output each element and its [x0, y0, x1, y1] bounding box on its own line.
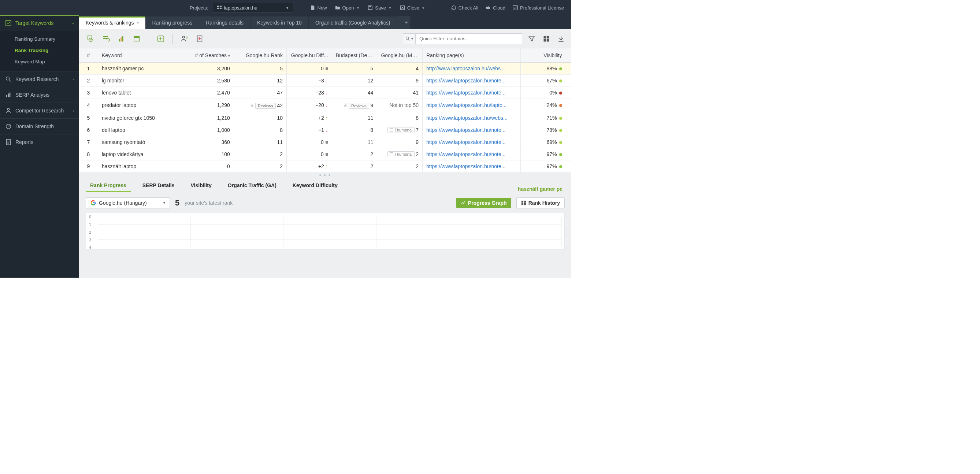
table-row[interactable]: 5nvidia geforce gtx 10501,21010+2 ↑118ht… — [79, 112, 571, 124]
latest-rank-caption: your site's latest rank — [185, 200, 232, 206]
toolbar-add-button[interactable] — [156, 34, 166, 44]
table-row[interactable]: 4predator laptop1,290★Reviews42−20 ↓★Rev… — [79, 99, 571, 112]
btab-organic-ga[interactable]: Organic Traffic (GA) — [223, 179, 281, 192]
sidebar-sub-keyword-map[interactable]: Keyword Map — [15, 56, 79, 67]
arrow-down-icon: ↓ — [326, 78, 328, 84]
check-all-button[interactable]: Check All — [448, 4, 481, 12]
arrow-down-icon: ↓ — [326, 102, 328, 108]
btab-kw-difficulty[interactable]: Keyword Difficulty — [288, 179, 342, 192]
download-button[interactable] — [556, 34, 566, 44]
sidebar-item-reports[interactable]: Reports — [0, 134, 79, 150]
sidebar-item-target-keywords[interactable]: Target Keywords ▾ — [0, 15, 79, 31]
svg-rect-6 — [513, 5, 517, 10]
sidebar-item-serp-analysis[interactable]: SERP Analysis — [0, 87, 79, 103]
svg-rect-33 — [524, 200, 526, 202]
save-button[interactable]: Save ▼ — [365, 4, 395, 12]
tab-organic-ga[interactable]: Organic traffic (Google Analytics) — [309, 16, 397, 29]
sidebar-item-keyword-research[interactable]: Keyword Research › — [0, 72, 79, 87]
toolbar-export-button[interactable] — [195, 34, 205, 44]
svg-point-12 — [7, 108, 9, 110]
btab-serp-details[interactable]: SERP Details — [138, 179, 179, 192]
license-badge[interactable]: Professional License — [510, 4, 567, 12]
tab-keywords-rankings[interactable]: Keywords & rankings ▾ — [79, 16, 145, 29]
tab-ranking-progress[interactable]: Ranking progress — [146, 16, 199, 29]
table-row[interactable]: 3lenovo tablet2,47047−28 ↓4441https://ww… — [79, 86, 571, 99]
panel-resize-handle[interactable]: ● ● ● — [79, 173, 571, 178]
ranking-page-link[interactable]: https://www.laptopszalon.hu/note... — [426, 151, 505, 157]
sidebar-item-domain-strength[interactable]: Domain Strength — [0, 119, 79, 134]
table-row[interactable]: 6dell laptop1,0008−1 ↓8Thumbnai7https://… — [79, 124, 571, 136]
sidebar-sub-rank-tracking[interactable]: Rank Tracking — [15, 45, 79, 56]
google-icon — [91, 200, 96, 205]
svg-point-8 — [6, 77, 10, 80]
ranking-page-link[interactable]: https://www.laptopszalon.hu/note... — [426, 90, 505, 95]
col-visibility[interactable]: Visibility — [520, 48, 566, 62]
star-icon: ★ — [343, 102, 348, 108]
visibility-dot — [559, 104, 562, 107]
svg-rect-11 — [10, 93, 11, 97]
chevron-down-icon: ▾ — [137, 21, 139, 25]
chevron-right-icon: › — [73, 109, 74, 113]
sidebar: Target Keywords ▾ Ranking Summary Rank T… — [0, 15, 79, 278]
ranking-page-link[interactable]: https://www.laptopszalon.hu/note... — [426, 139, 505, 145]
search-icon[interactable]: ▾ — [403, 34, 416, 44]
toolbar-btn-4[interactable] — [132, 34, 142, 44]
tab-add[interactable]: ＋ — [397, 16, 410, 29]
table-row[interactable]: 2lg monitor2,58012−3 ↓129https://www.lap… — [79, 74, 571, 86]
svg-rect-1 — [220, 5, 221, 7]
table-row[interactable]: 7samsung nyomtató360110119https://www.la… — [79, 136, 571, 148]
quick-filter-input[interactable] — [416, 34, 522, 44]
col-searches[interactable]: # of Searches ▾ — [181, 48, 234, 62]
svg-rect-31 — [547, 39, 549, 41]
new-button[interactable]: New — [307, 4, 330, 12]
btab-rank-progress[interactable]: Rank Progress — [86, 179, 131, 192]
arrow-up-icon: ↑ — [326, 163, 328, 169]
tab-rankings-details[interactable]: Rankings details — [199, 16, 250, 29]
col-mo[interactable]: Google.hu (Mo... — [377, 48, 423, 62]
svg-rect-35 — [524, 203, 526, 205]
ranking-page-link[interactable]: https://www.laptopszalon.hu/note... — [426, 127, 505, 133]
col-diff[interactable]: Google.hu Diff... — [287, 48, 332, 62]
toolbar-assign-button[interactable] — [180, 34, 190, 44]
progress-graph-button[interactable]: Progress Graph — [456, 198, 511, 208]
svg-rect-4 — [369, 6, 371, 7]
btab-visibility[interactable]: Visibility — [186, 179, 216, 192]
svg-rect-2 — [217, 7, 219, 9]
col-budapest[interactable]: Budapest (Des... — [332, 48, 377, 62]
table-row[interactable]: 8laptop videókártya100202Thumbnai2https:… — [79, 148, 571, 160]
search-engine-select[interactable]: Google.hu (Hungary) ▾ — [86, 197, 170, 208]
ranking-page-link[interactable]: https://www.laptopszalon.hu/note... — [426, 163, 505, 169]
rank-history-button[interactable]: Rank History — [516, 197, 565, 208]
ranking-page-link[interactable]: http://www.laptopszalon.hu/webs... — [426, 65, 505, 72]
cloud-button[interactable]: Cloud — [483, 4, 508, 12]
sidebar-sub-ranking-summary[interactable]: Ranking Summary — [15, 33, 79, 45]
ranking-page-link[interactable]: https://www.laptopszalon.hu/note... — [426, 78, 505, 84]
toolbar-btn-1[interactable] — [86, 34, 96, 44]
visibility-dot — [559, 92, 562, 94]
table-header-row: # Keyword # of Searches ▾ Google.hu Rank… — [79, 48, 571, 62]
ranking-page-link[interactable]: https://www.laptopszalon.hu/webs... — [426, 115, 508, 121]
table-row[interactable]: 9használt laptop02+2 ↑22https://www.lapt… — [79, 160, 571, 172]
quick-filter[interactable]: ▾ — [403, 33, 522, 45]
table-row[interactable]: 1használt gamer pc3,2005054http://www.la… — [79, 62, 571, 74]
filter-icon-button[interactable] — [527, 34, 537, 44]
col-keyword[interactable]: Keyword — [98, 48, 181, 62]
ranking-page-link[interactable]: https://www.laptopszalon.hu/lapto... — [426, 102, 506, 108]
grid-view-button[interactable] — [541, 34, 552, 44]
svg-rect-19 — [121, 37, 122, 41]
tab-keywords-top10[interactable]: Keywords in Top 10 — [250, 16, 309, 29]
selected-keyword-label: használt gamer pc — [518, 186, 563, 192]
col-index[interactable]: # — [79, 48, 98, 62]
thumbnail-chip: Thumbnai — [387, 151, 415, 157]
toolbar-btn-2[interactable] — [101, 34, 111, 44]
close-button[interactable]: Close ▼ — [397, 4, 428, 12]
new-icon — [310, 5, 315, 10]
col-rank[interactable]: Google.hu Rank — [234, 48, 286, 62]
visibility-dot — [559, 117, 562, 120]
project-selector[interactable]: laptopszalon.hu ▼ — [213, 3, 293, 13]
open-button[interactable]: Open ▼ — [332, 4, 363, 12]
col-pages[interactable]: Ranking page(s) — [423, 48, 521, 62]
gauge-icon — [5, 123, 12, 130]
sidebar-item-competitor-research[interactable]: Competitor Research › — [0, 103, 79, 119]
toolbar-btn-3[interactable] — [116, 34, 127, 44]
